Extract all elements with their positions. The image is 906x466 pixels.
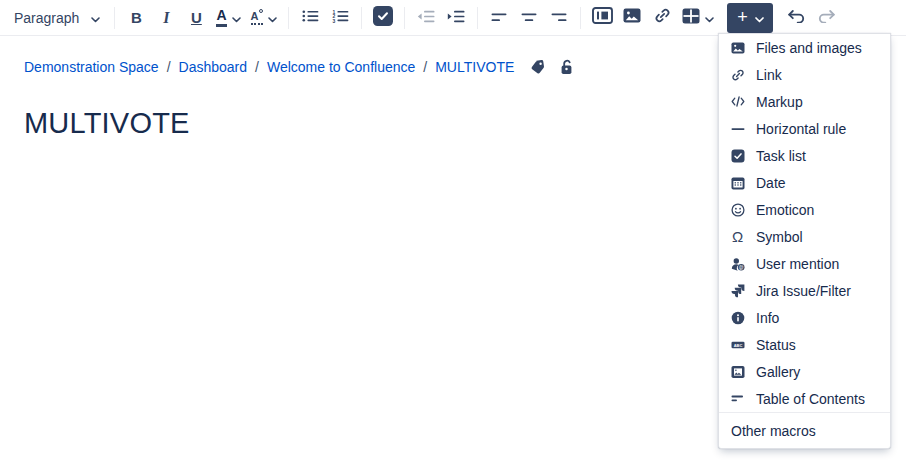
breadcrumb-separator: / <box>167 59 171 75</box>
breadcrumb-separator: / <box>255 59 259 75</box>
jira-icon <box>730 284 745 298</box>
menu-item-label: Link <box>756 67 782 83</box>
menu-item-label: User mention <box>756 256 839 272</box>
italic-button[interactable]: I <box>151 3 181 33</box>
menu-item-label: Symbol <box>756 229 803 245</box>
menu-item-status[interactable]: ABC Status <box>719 331 890 358</box>
link-icon <box>654 7 671 28</box>
toolbar-divider <box>404 7 405 29</box>
chevron-down-icon <box>232 9 241 27</box>
menu-item-user-mention[interactable]: @ User mention <box>719 250 890 277</box>
bold-button[interactable]: B <box>121 3 151 33</box>
text-color-icon: A <box>216 8 226 27</box>
markup-icon <box>730 96 745 107</box>
indent-icon <box>447 9 465 27</box>
unlock-icon[interactable] <box>559 59 574 75</box>
svg-text:ABC: ABC <box>733 342 742 347</box>
menu-item-horizontal-rule[interactable]: Horizontal rule <box>719 115 890 142</box>
status-icon: ABC <box>730 338 745 352</box>
align-center-button[interactable] <box>514 3 544 33</box>
chevron-down-icon <box>268 9 277 27</box>
menu-item-label: Gallery <box>756 364 800 380</box>
menu-item-label: Info <box>756 310 779 326</box>
page-title: MULTIVOTE <box>24 107 190 140</box>
table-icon <box>682 8 700 28</box>
undo-icon <box>787 9 806 27</box>
task-list-icon <box>730 149 745 163</box>
labels-tag-icon[interactable] <box>530 59 546 75</box>
undo-button[interactable] <box>781 3 811 33</box>
breadcrumb-dashboard[interactable]: Dashboard <box>179 59 248 75</box>
breadcrumb: Demonstration Space / Dashboard / Welcom… <box>24 59 574 75</box>
italic-icon: I <box>163 9 169 27</box>
task-list-button[interactable] <box>368 3 398 33</box>
page-layout-icon <box>592 7 613 28</box>
more-formatting-icon: A <box>251 11 264 25</box>
underline-button[interactable]: U <box>181 3 211 33</box>
toolbar-divider <box>288 7 289 29</box>
insert-files-images-button[interactable] <box>617 3 647 33</box>
menu-item-label: Date <box>756 175 786 191</box>
link-icon <box>730 68 745 82</box>
menu-item-task-list[interactable]: Task list <box>719 142 890 169</box>
menu-item-other-macros[interactable]: Other macros <box>719 412 890 448</box>
chevron-down-icon <box>755 9 764 27</box>
insert-link-button[interactable] <box>647 3 677 33</box>
menu-item-label: Status <box>756 337 796 353</box>
menu-item-label: Table of Contents <box>756 391 865 407</box>
horizontal-rule-icon <box>730 122 745 136</box>
menu-item-gallery[interactable]: Gallery <box>719 358 890 385</box>
task-checkbox-icon <box>373 6 393 30</box>
underline-icon: U <box>191 9 202 26</box>
menu-item-symbol[interactable]: Ω Symbol <box>719 223 890 250</box>
emoticon-icon <box>730 203 745 217</box>
chevron-down-icon <box>705 9 714 27</box>
redo-icon <box>817 9 836 27</box>
info-icon <box>730 311 745 325</box>
insert-more-content-button[interactable]: + <box>727 3 773 33</box>
bullet-list-icon <box>302 9 319 27</box>
breadcrumb-demonstration-space[interactable]: Demonstration Space <box>24 59 159 75</box>
insert-menu-list: Files and images Link Markup Horizontal … <box>719 34 890 412</box>
numbered-list-button[interactable]: 123 <box>325 3 355 33</box>
menu-item-table-of-contents[interactable]: Table of Contents <box>719 385 890 412</box>
files-and-images-icon <box>730 42 745 54</box>
paragraph-style-select[interactable]: Paragraph <box>8 6 108 30</box>
text-color-button[interactable]: A <box>211 3 245 33</box>
align-right-icon <box>551 9 567 27</box>
indent-button[interactable] <box>441 3 471 33</box>
table-of-contents-icon <box>730 392 745 406</box>
toolbar-divider <box>477 7 478 29</box>
toolbar-divider <box>114 7 115 29</box>
menu-item-date[interactable]: Date <box>719 169 890 196</box>
chevron-down-icon <box>91 10 100 26</box>
menu-item-label: Markup <box>756 94 803 110</box>
insert-table-button[interactable] <box>677 3 719 33</box>
svg-text:3: 3 <box>332 17 335 22</box>
align-center-icon <box>521 9 537 27</box>
breadcrumb-multivote[interactable]: MULTIVOTE <box>435 59 514 75</box>
bullet-list-button[interactable] <box>295 3 325 33</box>
toolbar-divider <box>361 7 362 29</box>
menu-item-markup[interactable]: Markup <box>719 88 890 115</box>
other-macros-label: Other macros <box>731 423 816 439</box>
align-left-button[interactable] <box>484 3 514 33</box>
breadcrumb-welcome-to-confluence[interactable]: Welcome to Confluence <box>267 59 415 75</box>
menu-item-jira-issue-filter[interactable]: Jira Issue/Filter <box>719 277 890 304</box>
redo-button <box>811 3 841 33</box>
date-icon <box>730 176 745 190</box>
menu-item-label: Files and images <box>756 40 862 56</box>
plus-icon: + <box>737 8 748 26</box>
menu-item-files-and-images[interactable]: Files and images <box>719 34 890 61</box>
breadcrumb-separator: / <box>423 59 427 75</box>
more-formatting-button[interactable]: A <box>246 3 283 33</box>
bold-icon: B <box>131 9 142 26</box>
paragraph-style-label: Paragraph <box>14 10 79 26</box>
menu-item-info[interactable]: Info <box>719 304 890 331</box>
menu-item-link[interactable]: Link <box>719 61 890 88</box>
menu-item-label: Horizontal rule <box>756 121 846 137</box>
align-right-button[interactable] <box>544 3 574 33</box>
menu-item-emoticon[interactable]: Emoticon <box>719 196 890 223</box>
page-layout-button[interactable] <box>587 3 617 33</box>
numbered-list-icon: 123 <box>332 9 349 27</box>
